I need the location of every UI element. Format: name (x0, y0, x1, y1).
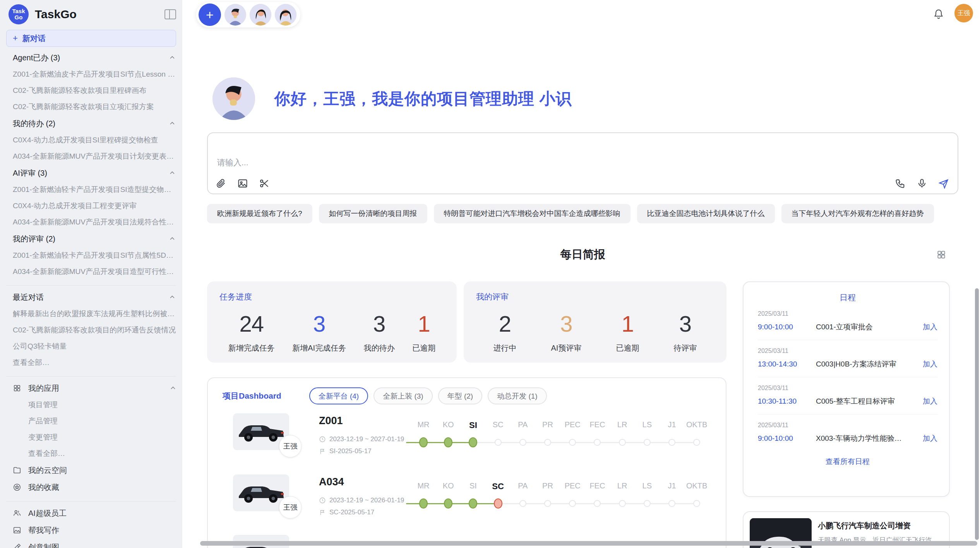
stat-value: 3 (673, 311, 697, 337)
sidebar-section-title: AI评审 (3) (13, 168, 169, 178)
stat: 3我的待办 (364, 311, 395, 353)
pen-icon (13, 543, 21, 548)
assistant-switcher: + (196, 2, 300, 27)
dashboard-tab[interactable]: 全新平台 (4) (309, 387, 368, 404)
suggestion-chip[interactable]: 欧洲新规最近颁布了什么? (207, 204, 312, 223)
sidebar-item[interactable]: 解释最新出台的欧盟报废车法规再生塑料比例被调至15%… (6, 306, 176, 322)
new-chat-label: 新对话 (22, 33, 46, 44)
sidebar-item[interactable]: Z001-全新燃油轻卡产品开发项目SI造型提交物评审 (6, 182, 176, 198)
chat-input[interactable] (208, 133, 958, 176)
milestone: J1 (658, 420, 685, 429)
sidebar-section-header[interactable]: AI评审 (3) (6, 164, 176, 182)
app-title: TaskGo (35, 8, 164, 21)
bell-icon[interactable] (933, 9, 944, 20)
schedule-entry: 2025/03/119:00-10:00X003-车辆动力学性能验…加入 (758, 414, 937, 451)
milestone-label: LR (609, 420, 636, 429)
join-button[interactable]: 加入 (923, 433, 937, 444)
milestone: OKTB (683, 481, 710, 490)
sidebar-app-item[interactable]: 产品管理 (6, 413, 176, 429)
dashboard-tab[interactable]: 全新上装 (3) (373, 387, 433, 404)
milestone-label: FEC (584, 420, 611, 429)
dashboard-tab[interactable]: 年型 (2) (438, 387, 483, 404)
user-avatar[interactable]: 王强 (954, 4, 973, 22)
send-icon[interactable] (938, 178, 949, 189)
sidebar-section-header[interactable]: Agent已办 (3) (6, 49, 176, 66)
sidebar-item[interactable]: C0X4-动力总成开发项目工程变更评审 (6, 198, 176, 214)
sidebar-scroll-area: Agent已办 (3)Z001-全新燃油皮卡产品开发项目SI节点Lesson L… (0, 47, 182, 548)
assistant-avatar-1[interactable] (224, 4, 246, 26)
schedule-event-name: C003|H0B-方案冻结评审 (816, 359, 917, 369)
view-all-schedule-link[interactable]: 查看所有日程 (758, 451, 937, 472)
suggestion-chip[interactable]: 特朗普可能对进口汽车增税会对中国车企造成哪些影响 (434, 204, 630, 223)
sidebar-item[interactable]: A034-全新新能源MUV产品开发项目造型可行性评审 (6, 264, 176, 280)
schedule-date: 2025/03/11 (758, 385, 937, 392)
sidebar-app-item[interactable]: 查看全部… (6, 445, 176, 462)
vertical-scrollbar[interactable] (975, 288, 979, 540)
sidebar-app-item[interactable]: 项目管理 (6, 397, 176, 413)
sidebar-item[interactable]: C02-飞腾新能源轻客改款项目的闭环通告反馈情况 (6, 322, 176, 338)
stat-value: 3 (364, 311, 395, 337)
milestone-label: FEC (584, 481, 611, 490)
sidebar-app-item[interactable]: 变更管理 (6, 429, 176, 445)
sidebar-link-label: 我的收藏 (28, 482, 176, 493)
paperclip-icon[interactable] (216, 178, 226, 189)
milestone-label: OKTB (683, 481, 710, 490)
milestone-label: PEC (559, 481, 586, 490)
sidebar-tool[interactable]: AI超级员工 (6, 505, 176, 522)
sidebar: Task Go TaskGo + 新对话 Agent已办 (3)Z001-全新燃… (0, 0, 182, 548)
microphone-icon[interactable] (917, 178, 927, 189)
sidebar-tools: AI超级员工帮我写作创意制图 (6, 505, 176, 548)
join-button[interactable]: 加入 (923, 359, 937, 369)
sidebar-item[interactable]: 公司Q3轻卡销量 (6, 338, 176, 354)
schedule-date: 2025/03/11 (758, 310, 937, 317)
sidebar-item[interactable]: Z001-全新燃油轻卡产品开发项目SI节点属性5D文件评审 (6, 247, 176, 264)
add-assistant-button[interactable]: + (199, 3, 221, 26)
widget-grid-icon[interactable] (936, 250, 946, 260)
dashboard-tab[interactable]: 动总开发 (1) (488, 387, 547, 404)
sidebar-link[interactable]: 我的收藏 (6, 479, 176, 496)
milestone-label: SC (485, 481, 512, 491)
stat-value: 3 (292, 311, 346, 337)
join-button[interactable]: 加入 (923, 322, 937, 332)
taskgo-logo: Task Go (9, 4, 29, 24)
stat-label: 我的待办 (364, 343, 395, 353)
suggestion-chip[interactable]: 比亚迪全固态电池计划具体说了什么 (637, 204, 775, 223)
sidebar-tool[interactable]: 创意制图 (6, 539, 176, 548)
milestone-dot (644, 439, 651, 446)
assistant-avatar-3[interactable] (275, 4, 296, 26)
sidebar-collapse-icon[interactable] (164, 9, 176, 19)
project-row: 王强Z0012023-12-19 ~ 2027-01-19SI-2025-05-… (208, 413, 727, 468)
image-icon[interactable] (237, 178, 248, 189)
folder-icon (13, 466, 21, 474)
sidebar-item[interactable]: C02-飞腾新能源轻客改款项目立项汇报方案 (6, 99, 176, 115)
sidebar-link[interactable]: 我的云空间 (6, 462, 176, 479)
sidebar-tool[interactable]: 帮我写作 (6, 522, 176, 539)
sidebar-item[interactable]: 查看全部… (6, 354, 176, 371)
milestone: PR (534, 420, 561, 429)
schedule-entry: 2025/03/1110:30-11:30C005-整车工程目标评审加入 (758, 377, 937, 414)
sidebar-tool-label: 帮我写作 (28, 525, 176, 536)
horizontal-scrollbar[interactable] (200, 541, 977, 546)
milestone-dot (519, 439, 526, 446)
sidebar-item[interactable]: C02-飞腾新能源轻客改款项目里程碑画布 (6, 82, 176, 99)
scissors-icon[interactable] (259, 178, 270, 189)
sidebar-item[interactable]: A034-全新新能源MUV产品开发项目法规符合性评审 (6, 214, 176, 230)
suggestion-chip[interactable]: 当下年轻人对汽车外观有怎样的喜好趋势 (781, 204, 934, 223)
phone-icon[interactable] (895, 178, 906, 189)
milestone-label: MR (410, 481, 437, 490)
join-button[interactable]: 加入 (923, 396, 937, 406)
milestone-dot (594, 439, 601, 446)
sidebar-item-my-apps[interactable]: 我的应用 (6, 380, 176, 397)
assistant-avatar-2[interactable] (250, 4, 271, 26)
chevron-up-icon (170, 385, 176, 391)
sidebar-item[interactable]: Z001-全新燃油皮卡产品开发项目SI节点Lesson Learn报告 (6, 66, 176, 82)
sidebar-item[interactable]: A034-全新新能源MUV产品开发项目计划变更表编写 (6, 148, 176, 164)
sidebar-item[interactable]: C0X4-动力总成开发项目SI里程碑提交物检查 (6, 132, 176, 148)
new-chat-button[interactable]: + 新对话 (6, 30, 176, 47)
sidebar-section-header[interactable]: 我的待办 (2) (6, 115, 176, 132)
sidebar-section-header[interactable]: 我的评审 (2) (6, 230, 176, 247)
sidebar-section-header[interactable]: 最近对话 (6, 289, 176, 306)
milestone-label: PR (534, 481, 561, 490)
chevron-up-icon (169, 170, 175, 176)
suggestion-chip[interactable]: 如何写一份清晰的项目周报 (319, 204, 427, 223)
